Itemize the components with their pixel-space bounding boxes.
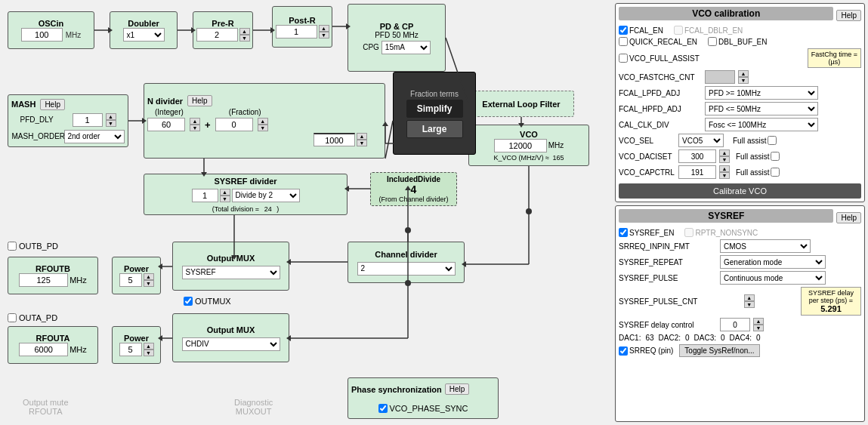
- rfoutb-input[interactable]: [19, 273, 68, 287]
- rfouta-unit: MHz: [70, 345, 87, 354]
- n-integer-spinner[interactable]: ▲ ▼: [190, 118, 200, 131]
- rfouta-input[interactable]: [19, 343, 68, 356]
- outb-pd-row: OUTB_PD: [8, 242, 58, 251]
- quick-recal-checkbox[interactable]: [619, 37, 628, 46]
- toggle-sysref-button[interactable]: Toggle SysRef/non...: [679, 344, 759, 357]
- n-numerator-spinner[interactable]: ▲ ▼: [258, 118, 268, 131]
- post-r-spinner[interactable]: ▲ ▼: [319, 25, 329, 38]
- vco-full-assist-label: VCO_FULL_ASSIST: [619, 54, 700, 63]
- vco-sel-select[interactable]: VCO5: [678, 134, 724, 147]
- fcal-en-checkbox[interactable]: [619, 26, 628, 35]
- vco-fastchg-spinner[interactable]: ▲ ▼: [738, 70, 749, 84]
- cpg-select[interactable]: 15mA: [381, 41, 431, 54]
- sysref-divider-spinner[interactable]: ▲ ▼: [220, 189, 230, 202]
- sysref-delay-spinner[interactable]: ▲ ▼: [753, 318, 764, 331]
- plus-sign: +: [205, 119, 211, 131]
- sysref-repeat-label: SYSREF_REPEAT: [619, 258, 717, 266]
- sysref-help-button[interactable]: Help: [836, 212, 861, 223]
- vco-daciset-spinner[interactable]: ▲ ▼: [719, 149, 730, 163]
- vco-cal-help-button[interactable]: Help: [836, 10, 861, 21]
- dbl-buf-en-checkbox[interactable]: [708, 37, 717, 46]
- mash-help-button[interactable]: Help: [40, 99, 65, 110]
- simplify-button[interactable]: Simplify: [406, 100, 463, 118]
- vco-cal-title: VCO calibration: [619, 7, 833, 20]
- dac3-value: 0: [721, 334, 725, 342]
- oscin-input[interactable]: [21, 28, 63, 42]
- sysref-divider-input[interactable]: [192, 189, 218, 202]
- svg-line-14: [385, 121, 393, 159]
- pfd-dly-input[interactable]: [73, 113, 103, 127]
- srreq-pin-checkbox[interactable]: [619, 346, 628, 356]
- dac1-label: DAC1:: [619, 334, 641, 342]
- rfoutb-title: RFOUTB: [36, 264, 70, 273]
- dac2-value: 0: [685, 334, 690, 342]
- pre-r-spinner[interactable]: ▲ ▼: [239, 28, 250, 42]
- vco-fastchg-cnt-input[interactable]: [705, 70, 735, 84]
- srreq-pin-text: SRREQ (pin): [629, 346, 673, 355]
- cal-clk-div-label: CAL_CLK_DIV: [619, 121, 702, 129]
- outmux-checkbox[interactable]: [184, 297, 193, 306]
- fcal-lpfd-select[interactable]: PFD >= 10MHz: [705, 86, 818, 100]
- n-denominator-input[interactable]: [314, 133, 355, 146]
- doubler-select[interactable]: x1: [123, 28, 165, 42]
- cal-clk-div-select[interactable]: Fosc <= 100MHz: [705, 118, 818, 131]
- calibrate-vco-button[interactable]: Calibrate VCO: [619, 183, 861, 199]
- large-button[interactable]: Large: [406, 120, 463, 138]
- kvco-label: K_VCO (MHz/V) ≈: [494, 154, 549, 162]
- sysref-panel: SYSREF Help SYSREF_EN RPTR_NONSYNC SRREQ…: [615, 205, 865, 422]
- post-r-input[interactable]: [276, 25, 317, 38]
- vco-daciset-assist-checkbox[interactable]: [771, 152, 780, 161]
- output-mux-top-select[interactable]: SYSREF: [182, 266, 280, 279]
- vco-sel-assist-checkbox[interactable]: [768, 136, 777, 145]
- power-rfoutb-input[interactable]: [119, 273, 142, 287]
- power-rfouta-input[interactable]: [119, 343, 142, 356]
- outb-pd-checkbox[interactable]: [8, 242, 17, 251]
- fcal-en-label: FCAL_EN: [619, 26, 663, 35]
- vco-capctrl-full-assist: Full assist: [736, 168, 780, 177]
- oscin-block: OSCin MHz: [8, 11, 94, 49]
- vco-capctrl-assist-checkbox[interactable]: [771, 168, 780, 177]
- vco-full-assist-checkbox[interactable]: [619, 54, 628, 63]
- rptr-nonsync-text: RPTR_NONSYNC: [695, 229, 758, 237]
- sysref-en-text: SYSREF_EN: [629, 229, 674, 237]
- sysref-divide-by-select[interactable]: Divide by 2: [232, 189, 300, 202]
- pfd-dly-spinner[interactable]: ▲ ▼: [106, 113, 116, 127]
- power-rfoutb-spinner[interactable]: ▲ ▼: [144, 273, 154, 287]
- sysref-delay-control-label: SYSREF delay control: [619, 321, 717, 329]
- sysref-pulse-cnt-spinner[interactable]: ▲ ▼: [744, 294, 755, 308]
- sysref-pulse-select[interactable]: Continuous mode: [720, 271, 826, 285]
- fcal-dblr-en-checkbox[interactable]: [674, 26, 683, 35]
- vco-daciset-input[interactable]: [678, 149, 716, 163]
- power-rfouta-spinner[interactable]: ▲ ▼: [144, 343, 154, 356]
- n-numerator-input[interactable]: [215, 118, 253, 131]
- output-mux-top-title: Output MUX: [207, 254, 255, 263]
- left-panel: OSCin MHz Doubler x1 Pre-R ▲ ▼: [0, 0, 612, 425]
- vco-capctrl-input[interactable]: [678, 165, 716, 179]
- pre-r-input[interactable]: [196, 28, 238, 42]
- svg-point-25: [405, 227, 411, 233]
- mash-order-select[interactable]: 2nd order: [64, 130, 125, 143]
- fastchg-box: FastChg time = (µs): [808, 48, 861, 68]
- phase-sync-help-button[interactable]: Help: [445, 383, 470, 395]
- srreq-inpin-fmt-select[interactable]: CMOS: [720, 239, 811, 253]
- pre-r-block: Pre-R ▲ ▼: [193, 11, 253, 49]
- sysref-en-checkbox[interactable]: [619, 228, 628, 237]
- rptr-nonsync-checkbox[interactable]: [684, 228, 693, 237]
- n-divider-help-button[interactable]: Help: [187, 95, 212, 106]
- channel-divider-select[interactable]: 2: [357, 262, 456, 276]
- outmux-label: OUTMUX: [195, 297, 231, 306]
- output-mux-bottom-select[interactable]: CHDIV: [182, 337, 280, 351]
- ext-filter-title: External Loop Filter: [482, 100, 560, 109]
- fcal-lpfd-label: FCAL_LPFD_ADJ: [619, 89, 702, 97]
- n-denominator-spinner[interactable]: ▲ ▼: [357, 133, 367, 146]
- sysref-delay-control-input[interactable]: [720, 318, 750, 331]
- fcal-hpfd-select[interactable]: PFD <= 50MHz: [705, 102, 818, 115]
- sysref-repeat-select[interactable]: Generation mode: [720, 255, 826, 269]
- vco-input[interactable]: [494, 139, 547, 152]
- vco-phase-sync-checkbox[interactable]: [378, 404, 388, 413]
- outa-pd-checkbox[interactable]: [8, 313, 17, 322]
- total-div-value: 24: [264, 205, 272, 213]
- oscin-unit: MHz: [66, 31, 82, 39]
- n-integer-input[interactable]: [147, 118, 185, 131]
- vco-capctrl-spinner[interactable]: ▲ ▼: [719, 165, 730, 179]
